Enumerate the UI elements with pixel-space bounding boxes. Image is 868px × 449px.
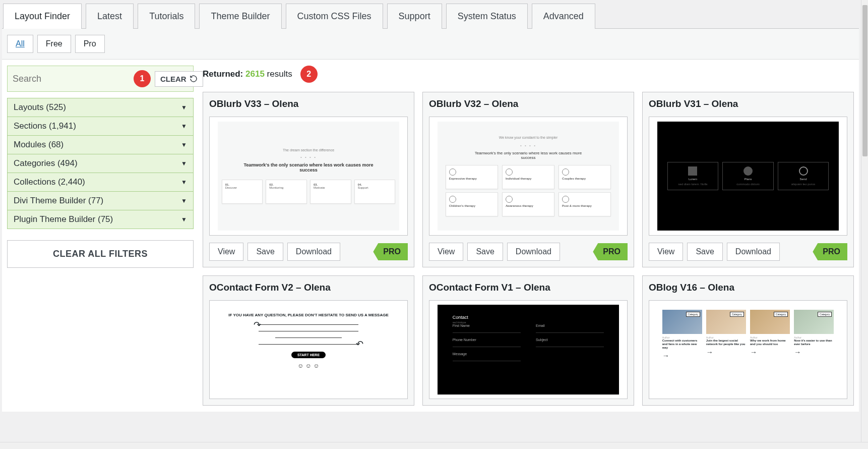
layout-card: OBlurb V33 – Olena The dream section the… (203, 92, 414, 267)
chevron-down-icon: ▼ (181, 123, 187, 130)
save-button[interactable]: Save (247, 243, 283, 261)
subtab-free[interactable]: Free (37, 35, 71, 53)
chevron-down-icon: ▼ (181, 179, 187, 186)
layout-card: OBlurb V32 – Olena We know your constant… (422, 92, 634, 267)
card-title: OContact Form V2 – Olena (209, 282, 408, 293)
main-scroll-area[interactable]: Layout Finder Latest Tutorials Theme Bui… (0, 0, 861, 442)
download-button[interactable]: Download (727, 243, 780, 261)
sub-tabs: All Free Pro (2, 29, 859, 60)
clear-search-button[interactable]: CLEAR (155, 71, 203, 87)
filter-layouts[interactable]: Layouts (525)▼ (7, 98, 194, 117)
filter-plugin-theme-builder[interactable]: Plugin Theme Builder (75)▼ (7, 210, 194, 229)
search-input[interactable] (13, 74, 130, 84)
scrollbar-thumb[interactable] (862, 5, 867, 156)
filters-sidebar: 1 CLEAR Layouts (525)▼ Sections (1,941)▼… (7, 66, 194, 406)
results-main: Returned: 2615 results 2 OBlurb V33 – Ol… (203, 66, 854, 406)
card-title: OBlurb V33 – Olena (209, 98, 408, 109)
view-button[interactable]: View (209, 243, 243, 261)
card-thumbnail[interactable]: The dream section the difference Teamwor… (209, 117, 408, 236)
tab-support[interactable]: Support (387, 4, 442, 29)
search-row: 1 CLEAR (7, 66, 194, 92)
tab-tutorials[interactable]: Tutorials (138, 4, 195, 29)
filter-collections[interactable]: Collections (2,440)▼ (7, 173, 194, 192)
card-thumbnail[interactable]: Contact sed tristique First Name Phone N… (429, 300, 628, 399)
filter-sections[interactable]: Sections (1,941)▼ (7, 117, 194, 136)
chevron-down-icon: ▼ (181, 160, 187, 167)
tab-advanced[interactable]: Advanced (532, 4, 595, 29)
save-button[interactable]: Save (687, 243, 722, 261)
card-title: OBlog V16 – Olena (649, 282, 847, 293)
download-button[interactable]: Download (287, 243, 340, 261)
card-title: OBlurb V31 – Olena (649, 98, 847, 109)
tab-layout-finder[interactable]: Layout Finder (3, 4, 82, 29)
horizontal-scrollbar[interactable] (0, 442, 868, 449)
layout-card: OContact Form V2 – Olena IF YOU HAVE ANY… (203, 275, 414, 406)
pro-badge: PRO (373, 243, 408, 260)
chevron-down-icon: ▼ (181, 197, 187, 204)
refresh-icon (190, 75, 198, 83)
pro-badge: PRO (813, 243, 847, 260)
card-thumbnail[interactable]: Loremsed diam lorem. Nulla Planscommodo … (649, 117, 847, 236)
card-thumbnail[interactable]: IF YOU HAVE ANY QUESTION, PLEASE DON'T H… (209, 300, 408, 399)
tab-theme-builder[interactable]: Theme Builder (199, 4, 281, 29)
pro-badge: PRO (593, 243, 628, 260)
save-button[interactable]: Save (467, 243, 503, 261)
chevron-down-icon: ▼ (181, 141, 187, 148)
layout-card: OBlog V16 – Olena CategoryAuthorConnect … (642, 275, 854, 406)
card-thumbnail[interactable]: We know your constant to the simpler Tea… (429, 117, 628, 236)
tab-custom-css-files[interactable]: Custom CSS Files (286, 4, 383, 29)
callout-badge-1: 1 (134, 70, 151, 87)
filter-modules[interactable]: Modules (68)▼ (7, 135, 194, 154)
primary-tabs: Layout Finder Latest Tutorials Theme Bui… (2, 3, 859, 29)
filter-accordion: Layouts (525)▼ Sections (1,941)▼ Modules… (7, 98, 194, 229)
results-grid: OBlurb V33 – Olena The dream section the… (203, 92, 854, 406)
results-summary: Returned: 2615 results 2 (203, 66, 854, 83)
subtab-pro[interactable]: Pro (75, 35, 105, 53)
chevron-down-icon: ▼ (181, 216, 187, 223)
tab-latest[interactable]: Latest (86, 4, 134, 29)
filter-categories[interactable]: Categories (494)▼ (7, 154, 194, 173)
layout-card: OContact Form V1 – Olena Contact sed tri… (422, 275, 634, 406)
view-button[interactable]: View (429, 243, 463, 261)
filter-divi-theme-builder[interactable]: Divi Theme Builder (77)▼ (7, 191, 194, 210)
card-title: OContact Form V1 – Olena (429, 282, 628, 293)
subtab-all[interactable]: All (7, 35, 33, 53)
card-title: OBlurb V32 – Olena (429, 98, 628, 109)
view-button[interactable]: View (649, 243, 683, 261)
download-button[interactable]: Download (507, 243, 560, 261)
clear-search-label: CLEAR (160, 75, 187, 83)
vertical-scrollbar[interactable] (861, 0, 868, 449)
card-thumbnail[interactable]: CategoryAuthorConnect with customers and… (649, 300, 847, 399)
tab-system-status[interactable]: System Status (446, 4, 528, 29)
callout-badge-2: 2 (300, 66, 318, 83)
chevron-down-icon: ▼ (181, 104, 187, 111)
clear-all-filters-button[interactable]: CLEAR ALL FILTERS (7, 240, 194, 268)
layout-card: OBlurb V31 – Olena Loremsed diam lorem. … (642, 92, 854, 267)
